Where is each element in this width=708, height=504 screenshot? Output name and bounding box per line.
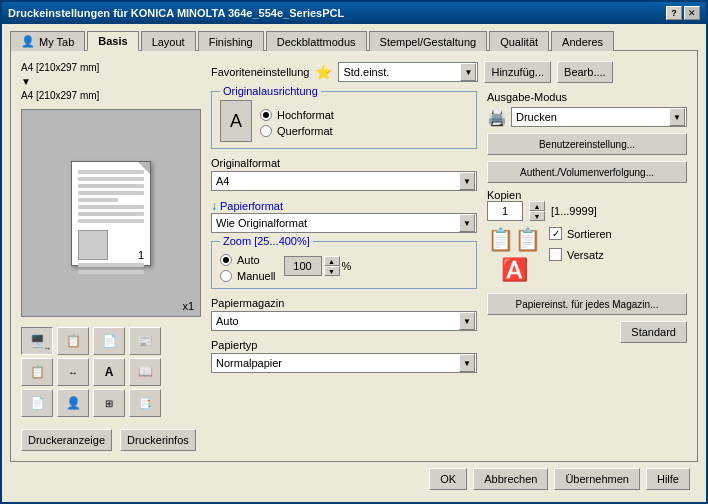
icon-multi-copy[interactable]: 📋 xyxy=(21,358,53,386)
fav-add-button[interactable]: Hinzufüg... xyxy=(484,61,551,83)
right-settings-col: Ausgabe-Modus 🖨️ Drucken ▼ xyxy=(487,91,687,451)
fav-edit-button[interactable]: Bearb.... xyxy=(557,61,613,83)
zoom-up-button[interactable]: ▲ xyxy=(324,256,340,266)
tab-stempel[interactable]: Stempel/Gestaltung xyxy=(369,31,488,51)
manuell-label: Manuell xyxy=(237,270,276,282)
ausgabe-select-row: 🖨️ Drucken ▼ xyxy=(487,107,687,127)
icon-doc-stack[interactable]: 📄 xyxy=(21,389,53,417)
papiertyp-select[interactable]: Normalpapier xyxy=(211,353,477,373)
tab-deckblattmodus[interactable]: Deckblattmodus xyxy=(266,31,367,51)
title-bar: Druckeinstellungen für KONICA MINOLTA 36… xyxy=(2,2,706,24)
manuell-radio[interactable]: Manuell xyxy=(220,270,276,282)
tab-anderes[interactable]: Anderes xyxy=(551,31,614,51)
paper-line xyxy=(78,205,144,209)
main-panel: A4 [210x297 mm] ▼ A4 [210x297 mm] xyxy=(10,50,698,462)
standard-button[interactable]: Standard xyxy=(620,321,687,343)
icon-person[interactable]: 👤 xyxy=(57,389,89,417)
sortieren-checkbox[interactable]: ✓ xyxy=(549,227,562,240)
help-title-button[interactable]: ? xyxy=(666,6,682,20)
papiermagazin-select[interactable]: Auto xyxy=(211,311,477,331)
paper-image-area xyxy=(78,230,108,260)
window-body: 👤 My Tab Basis Layout Finishing Deckblat… xyxy=(2,24,706,502)
papierformat-select-wrapper: Wie Originalformat ▼ xyxy=(211,213,477,233)
abbrechen-button[interactable]: Abbrechen xyxy=(473,468,548,490)
originalformat-label: Originalformat xyxy=(211,157,477,169)
tab-qualitat[interactable]: Qualität xyxy=(489,31,549,51)
icon-booklet[interactable]: 📰 xyxy=(129,327,161,355)
original-radio-group: Hochformat Querformat xyxy=(260,105,334,137)
fav-icon: ⭐ xyxy=(315,64,332,80)
kopien-label: Kopien xyxy=(487,189,687,201)
window-title: Druckeinstellungen für KONICA MINOLTA 36… xyxy=(8,7,344,19)
icon-copies[interactable]: 📋 xyxy=(57,327,89,355)
papierformat-section: ↓ Papierformat Wie Originalformat ▼ xyxy=(211,199,477,233)
paper-line xyxy=(78,263,144,267)
papiermagazin-label: Papiermagazin xyxy=(211,297,477,309)
originalformat-select[interactable]: A4 xyxy=(211,171,477,191)
ok-button[interactable]: OK xyxy=(429,468,467,490)
papierformat-select[interactable]: Wie Originalformat xyxy=(211,213,477,233)
druckeranzeige-button[interactable]: Druckeranzeige xyxy=(21,429,112,451)
zoom-input-wrapper: ▲ ▼ % xyxy=(284,256,352,276)
versatz-checkbox-row[interactable]: Versatz xyxy=(549,248,612,261)
sortieren-label: Sortieren xyxy=(567,228,612,240)
main-window: Druckeinstellungen für KONICA MINOLTA 36… xyxy=(0,0,708,504)
icon-sort[interactable]: ↔ xyxy=(57,358,89,386)
versatz-icon: 🅰️ xyxy=(501,257,528,283)
druckerinfos-button[interactable]: Druckerinfos xyxy=(120,429,196,451)
tab-finishing[interactable]: Finishing xyxy=(198,31,264,51)
zoom-input[interactable] xyxy=(284,256,322,276)
checkboxes: ✓ Sortieren Versatz xyxy=(549,227,612,261)
icon-book[interactable]: 📖 xyxy=(129,358,161,386)
kopien-down-button[interactable]: ▼ xyxy=(529,211,545,221)
icon-row-2: 📋 ↔ A 📖 xyxy=(21,358,201,386)
papiermagazin-select-wrapper: Auto ▼ xyxy=(211,311,477,331)
hochformat-label: Hochformat xyxy=(277,109,334,121)
benutzer-button[interactable]: Benutzereinstellung... xyxy=(487,133,687,155)
icon-layout-icon[interactable]: 📄 xyxy=(93,327,125,355)
papier-magazin-button[interactable]: Papiereinst. für jedes Magazin... xyxy=(487,293,687,315)
icon-pages[interactable]: 📑 xyxy=(129,389,161,417)
sortieren-checkbox-row[interactable]: ✓ Sortieren xyxy=(549,227,612,240)
hilfe-button[interactable]: Hilfe xyxy=(646,468,690,490)
printer-icon: 🖨️ xyxy=(487,108,507,127)
ubernehmen-button[interactable]: Übernehmen xyxy=(554,468,640,490)
icon-grid[interactable]: ⊞ xyxy=(93,389,125,417)
tab-layout[interactable]: Layout xyxy=(141,31,196,51)
kopien-section: Kopien ▲ ▼ [1...9999] xyxy=(487,189,687,283)
tab-bar: 👤 My Tab Basis Layout Finishing Deckblat… xyxy=(10,30,698,50)
kopien-input[interactable] xyxy=(487,201,523,221)
icon-print-to-screen[interactable]: 🖥️ → xyxy=(21,327,53,355)
querformat-radio-icon xyxy=(260,125,272,137)
preview-panel: A4 [210x297 mm] ▼ A4 [210x297 mm] xyxy=(21,61,201,451)
kopien-spinner: ▲ ▼ xyxy=(529,201,545,221)
versatz-checkbox[interactable] xyxy=(549,248,562,261)
zoom-down-button[interactable]: ▼ xyxy=(324,266,340,276)
kopien-up-button[interactable]: ▲ xyxy=(529,201,545,211)
fav-select[interactable]: Std.einst. xyxy=(338,62,478,82)
icon-text[interactable]: A xyxy=(93,358,125,386)
originalformat-section: Originalformat A4 ▼ xyxy=(211,157,477,191)
ausgabe-title: Ausgabe-Modus xyxy=(487,91,687,103)
hochformat-radio[interactable]: Hochformat xyxy=(260,109,334,121)
standard-wrapper: Standard xyxy=(487,321,687,343)
authent-button[interactable]: Authent./Volumenverfolgung... xyxy=(487,161,687,183)
paper-fold-icon xyxy=(138,162,150,174)
ausgabe-select[interactable]: Drucken xyxy=(511,107,687,127)
manuell-radio-icon xyxy=(220,270,232,282)
kopien-row: ▲ ▼ [1...9999] xyxy=(487,201,687,221)
preview-bottom-buttons: Druckeranzeige Druckerinfos xyxy=(21,429,201,451)
tab-basis[interactable]: Basis xyxy=(87,31,138,51)
sort-icon: 📋📋 xyxy=(487,227,541,253)
papierformat-label: ↓ Papierformat xyxy=(211,199,477,213)
versatz-label: Versatz xyxy=(567,249,604,261)
zoom-radio-group: Auto Manuell xyxy=(220,250,276,282)
auto-label: Auto xyxy=(237,254,260,266)
tab-my-tab[interactable]: 👤 My Tab xyxy=(10,31,85,51)
close-button[interactable]: ✕ xyxy=(684,6,700,20)
original-group-title: Originalausrichtung xyxy=(220,85,321,97)
querformat-radio[interactable]: Querformat xyxy=(260,125,334,137)
papiertyp-select-wrapper: Normalpapier ▼ xyxy=(211,353,477,373)
zoom-spinner: ▲ ▼ xyxy=(324,256,340,276)
auto-radio[interactable]: Auto xyxy=(220,254,276,266)
